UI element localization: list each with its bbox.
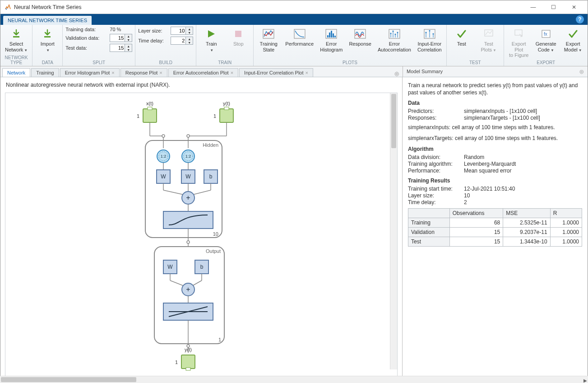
svg-text:1: 1 [175,360,178,365]
maximize-button[interactable]: ☐ [543,1,564,14]
svg-marker-3 [208,30,215,37]
validation-data-label: Validation data: [65,35,107,41]
check-icon [455,28,468,40]
network-description: Nonlinear autoregressive neural network … [0,77,402,91]
svg-point-16 [390,33,391,34]
test-data-input[interactable] [110,44,125,51]
app-window: Neural Network Time Series — ☐ ✕ NEURAL … [0,0,588,383]
svg-rect-10 [331,31,332,37]
data-header: Data [408,100,582,106]
svg-text:1: 1 [218,337,221,342]
table-row: Validation159.2037e-111.0000 [408,227,582,237]
export-check-icon [567,28,579,40]
svg-text:y(t): y(t) [223,101,230,106]
select-network-button[interactable]: Select Network▼ [3,27,29,53]
download-green-icon [10,28,23,40]
help-button[interactable]: ? [576,15,584,23]
window-title: Neural Network Time Series [14,4,523,10]
spinner-up-icon[interactable]: ▲ [125,34,132,38]
svg-rect-12 [334,36,336,37]
matlab-icon [4,4,11,11]
svg-rect-35 [143,109,157,122]
spinner-up-icon[interactable]: ▲ [186,27,193,31]
svg-point-18 [392,31,394,32]
generate-code-button[interactable]: fxGenerate Code▼ [534,27,558,53]
svg-point-20 [394,34,396,35]
test-button[interactable]: Test [449,27,474,48]
tab-network[interactable]: Network [2,68,30,77]
error-histogram-button[interactable]: Error Histogram [318,27,344,53]
toolstrip: Select Network▼ NETWORK TYPE Import▼ DAT… [0,25,588,66]
svg-text:1:2: 1:2 [161,154,167,159]
layer-size-stepper[interactable]: ▲▼ [171,27,193,35]
spinner-down-icon[interactable]: ▼ [125,48,132,51]
svg-text:b: b [209,173,213,180]
svg-point-22 [397,32,398,33]
group-network-type: NETWORK TYPE [3,55,29,65]
algorithm-header: Algorithm [408,146,582,152]
summary-intro: Train a neural network to predict series… [408,82,582,96]
svg-text:W: W [185,173,191,180]
close-button[interactable]: ✕ [564,1,584,14]
svg-point-25 [425,32,426,33]
training-results-header: Training Results [408,177,582,184]
tab-close-icon[interactable]: × [306,70,308,75]
doctab-gear-icon[interactable]: ◎ [394,70,399,77]
tab-training[interactable]: Training [31,68,59,77]
plot-decay-icon [293,28,306,40]
svg-point-27 [429,30,430,32]
document-tabbar: NetworkTrainingError Histogram Plot×Resp… [0,66,403,77]
svg-text:+: + [186,285,190,293]
svg-text:x(t): x(t) [146,101,153,106]
input-error-corr-button[interactable]: Input-Error Correlation [416,27,444,53]
svg-text:fx: fx [544,32,547,37]
tab-close-icon[interactable]: × [159,70,162,75]
training-data-label: Training data: [65,27,107,32]
tab-error-histogram-plot[interactable]: Error Histogram Plot× [60,68,120,77]
time-delay-stepper[interactable]: ▲▼ [171,37,193,45]
diagram-scrollbar-vertical[interactable] [390,93,397,369]
svg-text:1: 1 [213,113,216,119]
training-state-button[interactable]: Training State [256,27,281,53]
stop-button: Stop [226,27,250,48]
import-button[interactable]: Import▼ [35,27,60,53]
spinner-down-icon[interactable]: ▼ [186,41,193,44]
response-button[interactable]: Response [347,27,373,48]
group-test: TEST [449,60,501,65]
tab-input-error-correlation-plot[interactable]: Input-Error Correlation Plot× [239,68,313,77]
svg-rect-75 [181,355,195,369]
spinner-down-icon[interactable]: ▼ [125,38,132,42]
time-delay-label: Time delay: [138,38,168,43]
svg-rect-4 [235,31,241,37]
svg-rect-30 [485,30,493,36]
minimize-button[interactable]: — [523,1,543,14]
tab-error-autocorrelation-plot[interactable]: Error Autocorrelation Plot× [168,68,238,77]
svg-rect-8 [327,35,329,37]
performance-button[interactable]: Performance [283,27,315,48]
train-button[interactable]: Train▼ [199,27,223,53]
panel-gear-icon[interactable]: ◎ [579,69,584,75]
spinner-up-icon[interactable]: ▲ [125,44,132,48]
model-summary-header: Model Summary ◎ [403,66,588,77]
train-label: Train [206,41,217,47]
tab-close-icon[interactable]: × [111,70,114,75]
ribbon-tab-nnts[interactable]: NEURAL NETWORK TIME SERIES [3,16,92,25]
svg-point-62 [187,241,190,243]
spinner-up-icon[interactable]: ▲ [186,37,193,41]
tab-close-icon[interactable]: × [231,70,233,75]
validation-data-stepper[interactable]: ▲▼ [110,34,132,42]
plot-lines-icon [262,28,275,40]
svg-rect-60 [163,211,213,229]
stem2-icon [423,28,436,40]
layer-size-input[interactable] [171,27,185,34]
spinner-down-icon[interactable]: ▼ [186,31,193,34]
summary-scrollbar-horizontal[interactable]: ▶ [403,376,588,383]
validation-data-input[interactable] [110,34,125,42]
svg-text:1:2: 1:2 [185,154,191,159]
export-model-button[interactable]: Export Model▼ [561,27,585,53]
error-autocorrelation-button[interactable]: Error Autocorrelation [376,27,413,53]
test-data-stepper[interactable]: ▲▼ [110,44,132,52]
tab-response-plot[interactable]: Response Plot× [120,68,167,77]
time-delay-input[interactable] [171,37,185,44]
svg-text:y(t): y(t) [185,347,192,352]
